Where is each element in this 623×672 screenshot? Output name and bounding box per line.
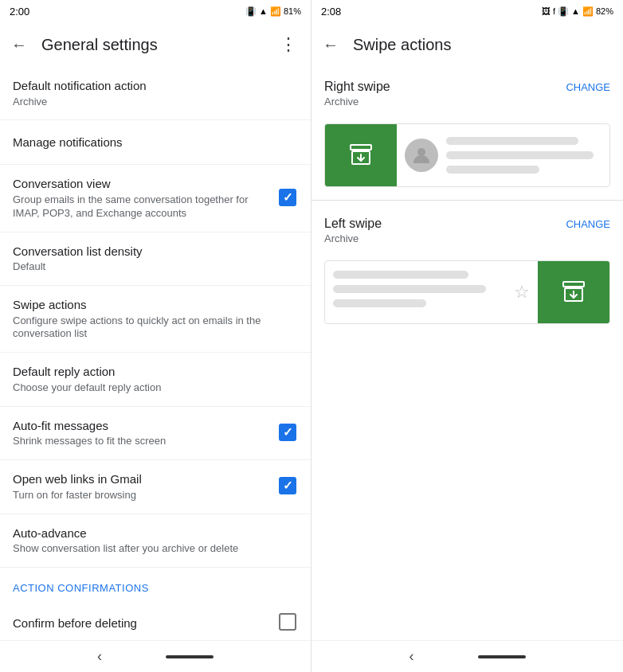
star-icon: ☆ bbox=[514, 282, 530, 303]
setting-default-notification-title: Default notification action bbox=[13, 78, 298, 94]
right-swipe-action-green bbox=[325, 124, 397, 186]
setting-auto-fit-text: Auto-fit messages Shrink messages to fit… bbox=[13, 418, 269, 448]
right-swipe-demo bbox=[324, 123, 610, 187]
left-bottom-nav: ‹ bbox=[0, 640, 311, 672]
settings-list: Default notification action Archive Mana… bbox=[0, 67, 311, 640]
setting-default-reply-title: Default reply action bbox=[13, 364, 298, 380]
setting-swipe-actions-text: Swipe actions Configure swipe actions to… bbox=[13, 297, 298, 341]
wifi-icon: ▲ bbox=[259, 6, 268, 16]
right-panel: 2:08 🖼 f 📳 ▲ 📶 82% ← Swipe actions Right… bbox=[312, 0, 623, 672]
right-swipe-header-row: Right swipe Archive CHANGE bbox=[324, 80, 610, 107]
checkmark-icon: ✓ bbox=[283, 425, 293, 440]
right-swipe-change-button[interactable]: CHANGE bbox=[566, 80, 610, 95]
open-web-links-checkbox[interactable]: ✓ bbox=[279, 477, 298, 496]
action-confirmations-header: Action Confirmations bbox=[0, 568, 311, 601]
left-email-content-lines bbox=[333, 271, 503, 314]
setting-default-notification[interactable]: Default notification action Archive bbox=[0, 67, 311, 120]
avatar-icon bbox=[405, 139, 438, 172]
setting-confirm-delete-text: Confirm before deleting bbox=[13, 615, 269, 631]
right-swipe-info: Right swipe Archive bbox=[324, 80, 390, 107]
left-top-bar: ← General settings ⋮ bbox=[0, 22, 311, 67]
battery-right: 82% bbox=[596, 6, 613, 16]
setting-open-web-links-text: Open web links in Gmail Turn on for fast… bbox=[13, 471, 269, 502]
setting-auto-advance[interactable]: Auto-advance Show conversation list afte… bbox=[0, 514, 311, 568]
battery-left: 81% bbox=[284, 6, 301, 16]
right-status-bar: 2:08 🖼 f 📳 ▲ 📶 82% bbox=[312, 0, 623, 22]
right-nav-back-button[interactable]: ‹ bbox=[409, 648, 414, 665]
left-back-arrow-icon: ← bbox=[11, 36, 27, 54]
setting-open-web-links-title: Open web links in Gmail bbox=[13, 471, 269, 487]
left-more-button[interactable]: ⋮ bbox=[272, 29, 304, 61]
setting-default-notification-text: Default notification action Archive bbox=[13, 78, 298, 108]
left-time: 2:00 bbox=[10, 6, 29, 18]
left-swipe-action-green bbox=[538, 261, 609, 323]
signal-icon: 📶 bbox=[270, 6, 281, 17]
setting-open-web-links-subtitle: Turn on for faster browsing bbox=[13, 489, 269, 502]
person-icon bbox=[410, 144, 433, 166]
setting-auto-fit[interactable]: Auto-fit messages Shrink messages to fit… bbox=[0, 407, 311, 460]
setting-auto-fit-title: Auto-fit messages bbox=[13, 418, 269, 434]
vibrate-icon-r: 📳 bbox=[558, 6, 569, 17]
left-swipe-title: Left swipe bbox=[324, 217, 382, 231]
left-page-title: General settings bbox=[41, 36, 272, 54]
more-icon: ⋮ bbox=[280, 34, 298, 55]
photo-icon: 🖼 bbox=[542, 6, 551, 16]
right-swipe-email-preview bbox=[397, 124, 609, 186]
setting-swipe-actions[interactable]: Swipe actions Configure swipe actions to… bbox=[0, 286, 311, 353]
signal-icon-r: 📶 bbox=[582, 6, 594, 17]
setting-conversation-view-text: Conversation view Group emails in the sa… bbox=[13, 176, 269, 220]
checkmark-icon: ✓ bbox=[283, 190, 293, 205]
setting-default-notification-subtitle: Archive bbox=[13, 96, 298, 109]
svg-rect-4 bbox=[563, 282, 584, 287]
right-swipe-section: Right swipe Archive CHANGE bbox=[312, 67, 623, 117]
setting-conversation-view[interactable]: Conversation view Group emails in the sa… bbox=[0, 165, 311, 232]
right-time: 2:08 bbox=[321, 6, 341, 18]
email-content-lines bbox=[446, 137, 601, 174]
archive-icon bbox=[347, 141, 375, 170]
setting-conversation-view-subtitle: Group emails in the same conversation to… bbox=[13, 193, 269, 221]
left-nav-back-button[interactable]: ‹ bbox=[97, 648, 102, 665]
setting-confirm-delete[interactable]: Confirm before deleting bbox=[0, 601, 311, 640]
setting-swipe-actions-title: Swipe actions bbox=[13, 297, 298, 313]
setting-auto-fit-subtitle: Shrink messages to fit the screen bbox=[13, 435, 269, 448]
setting-conversation-view-title: Conversation view bbox=[13, 176, 269, 192]
svg-point-3 bbox=[417, 148, 425, 156]
svg-rect-0 bbox=[351, 145, 371, 150]
setting-conversation-density[interactable]: Conversation list density Default bbox=[0, 232, 311, 286]
vibrate-icon: 📳 bbox=[245, 6, 257, 17]
left-swipe-info: Left swipe Archive bbox=[324, 217, 382, 244]
setting-default-reply-subtitle: Choose your default reply action bbox=[13, 381, 298, 395]
right-back-button[interactable]: ← bbox=[315, 29, 347, 61]
setting-manage-notifications[interactable]: Manage notifications bbox=[0, 120, 311, 165]
left-swipe-demo: ☆ bbox=[324, 260, 610, 324]
left-back-button[interactable]: ← bbox=[3, 29, 35, 61]
setting-conversation-density-subtitle: Default bbox=[13, 260, 298, 274]
wifi-icon-r: ▲ bbox=[571, 6, 580, 16]
confirm-delete-checkbox[interactable] bbox=[279, 613, 298, 632]
setting-swipe-actions-subtitle: Configure swipe actions to quickly act o… bbox=[13, 315, 298, 342]
facebook-icon: f bbox=[553, 6, 555, 16]
setting-default-reply[interactable]: Default reply action Choose your default… bbox=[0, 353, 311, 406]
left-swipe-change-button[interactable]: CHANGE bbox=[566, 217, 610, 232]
archive-left-icon bbox=[559, 278, 588, 307]
left-swipe-header-row: Left swipe Archive CHANGE bbox=[324, 217, 610, 244]
auto-fit-checkbox[interactable]: ✓ bbox=[279, 424, 298, 443]
setting-confirm-delete-title: Confirm before deleting bbox=[13, 615, 269, 631]
left-swipe-email-preview: ☆ bbox=[325, 261, 538, 323]
right-home-indicator bbox=[478, 655, 526, 658]
setting-open-web-links[interactable]: Open web links in Gmail Turn on for fast… bbox=[0, 460, 311, 514]
setting-default-reply-text: Default reply action Choose your default… bbox=[13, 364, 298, 394]
setting-auto-advance-text: Auto-advance Show conversation list afte… bbox=[13, 525, 298, 556]
section-divider bbox=[312, 200, 623, 201]
left-swipe-subtitle: Archive bbox=[324, 232, 382, 244]
setting-manage-notifications-title: Manage notifications bbox=[13, 135, 298, 150]
left-status-icons: 📳 ▲ 📶 81% bbox=[245, 6, 301, 17]
right-status-icons: 🖼 f 📳 ▲ 📶 82% bbox=[542, 6, 613, 17]
setting-manage-notifications-text: Manage notifications bbox=[13, 135, 298, 150]
left-swipe-section: Left swipe Archive CHANGE bbox=[312, 204, 623, 254]
right-top-bar: ← Swipe actions bbox=[312, 22, 623, 67]
left-status-bar: 2:00 📳 ▲ 📶 81% bbox=[0, 0, 311, 22]
conversation-view-checkbox[interactable]: ✓ bbox=[279, 189, 298, 208]
right-back-arrow-icon: ← bbox=[323, 36, 339, 54]
right-swipe-title: Right swipe bbox=[324, 80, 390, 94]
